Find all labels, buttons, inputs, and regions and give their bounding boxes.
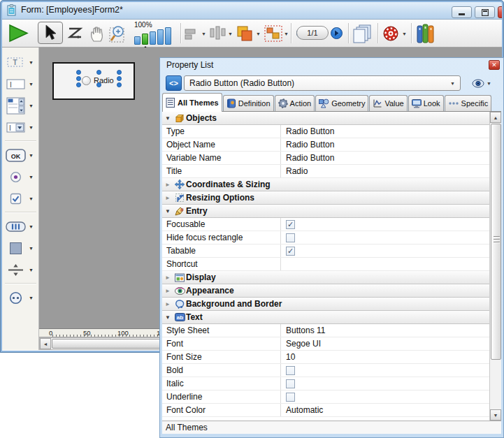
page-indicator[interactable]: 1/1 [296,26,329,40]
group-button[interactable] [264,25,282,42]
minimize-button[interactable] [452,6,472,18]
zoom-bar[interactable] [165,27,171,45]
distribute-dropdown-icon[interactable]: ▼ [228,31,233,36]
distribute-button[interactable] [210,26,226,41]
listbox-tool-dropdown-icon[interactable]: ▼ [29,103,34,108]
radio-button-tool[interactable]: ▼ [2,168,39,186]
expand-triangle-icon[interactable]: ► [162,275,173,281]
checkbox-tool[interactable]: ▼ [2,189,39,207]
underline-checkbox[interactable] [286,393,295,402]
settings-button[interactable] [382,25,399,42]
radio-widget-circle[interactable] [82,76,91,85]
settings-dropdown-icon[interactable]: ▼ [402,31,407,36]
segmented-button-tool[interactable]: ▼ [2,217,39,235]
tabable-checkbox[interactable]: ✓ [286,247,295,256]
zoom-tool-button[interactable] [109,24,130,43]
section-header-background-and-border[interactable]: ►Background and Border [162,298,501,311]
tab-value[interactable]: Value [369,95,407,111]
window-titlebar[interactable]: Form: [Employees]Form2* [0,0,504,20]
pan-tool-button[interactable] [88,24,106,43]
selection-handle[interactable] [76,82,81,87]
checkbox-tool-dropdown-icon[interactable]: ▼ [29,196,34,201]
expand-triangle-icon[interactable]: ► [162,301,173,307]
variable-name-value[interactable]: Radio Button [281,152,489,164]
layers-dropdown-icon[interactable]: ▼ [256,31,261,36]
run-button[interactable] [8,24,29,43]
selection-handle[interactable] [117,76,122,81]
view-options-button[interactable]: ▼ [472,77,496,89]
radio-button-tool-dropdown-icon[interactable]: ▼ [29,175,34,180]
expand-triangle-icon[interactable]: ► [162,182,173,188]
tab-geometry[interactable]: Geometry [315,95,368,111]
zoom-bar[interactable] [157,29,164,45]
select-tool-button[interactable] [38,22,63,44]
scroll-down-button[interactable]: ▼ [490,409,501,421]
rectangle-tool-dropdown-icon[interactable]: ▼ [29,246,34,251]
listbox-tool[interactable]: ▼ [2,96,39,115]
style-sheet-value[interactable]: Buttons 11 [281,324,489,337]
stepper-tool[interactable]: ▼ [2,289,39,307]
section-header-entry[interactable]: ▼#Entry [162,205,501,218]
type-value[interactable]: Radio Button [281,125,489,138]
splitter-tool[interactable]: ▼ [2,261,39,279]
tab-all-themes[interactable]: All Themes [162,93,222,112]
font-value[interactable]: Segoe UI [281,337,489,350]
section-header-appearance[interactable]: ►Appearance [162,284,501,298]
combobox-tool-dropdown-icon[interactable]: ▼ [29,125,34,130]
selection-handle[interactable] [96,82,101,87]
layers-button[interactable] [236,25,254,42]
focusable-checkbox[interactable]: ✓ [286,220,295,229]
hide-focus-rectangle-checkbox[interactable] [286,233,295,242]
collapse-triangle-icon[interactable]: ▼ [162,314,173,321]
splitter-tool-dropdown-icon[interactable]: ▼ [29,268,34,272]
next-page-button[interactable] [331,27,343,39]
combobox-tool[interactable]: I▼ [2,118,39,136]
expand-triangle-icon[interactable]: ► [162,288,173,294]
z-order-tool-button[interactable] [66,25,85,42]
expand-triangle-icon[interactable]: ► [162,195,173,201]
object-selector-dropdown[interactable]: Radio Button (Radio Button) ▼ [184,75,461,91]
align-button[interactable] [185,29,200,40]
button-tool-dropdown-icon[interactable]: ▼ [29,153,34,158]
scroll-left-button[interactable]: ◄ [40,338,51,349]
close-button[interactable] [498,6,504,18]
button-tool[interactable]: OK▼ [2,146,39,164]
tab-definition[interactable]: Definition [223,95,274,111]
font-size-value[interactable]: 10 [281,351,489,363]
zoom-bar[interactable] [150,31,156,45]
zoom-level-widget[interactable]: 100% [133,21,178,46]
stepper-tool-dropdown-icon[interactable]: ▼ [29,295,34,300]
section-header-display[interactable]: ►Display [162,271,501,284]
zoom-bar-current[interactable] [142,34,148,45]
section-header-resizing-options[interactable]: ►Resizing Options [162,191,501,205]
italic-checkbox[interactable] [286,379,295,388]
library-button[interactable] [417,24,435,43]
selection-handle[interactable] [76,70,81,75]
panel-close-button[interactable]: ✕ [489,60,500,70]
vertical-scrollbar[interactable]: ▲ ▼ [489,112,501,421]
object-name-value[interactable]: Radio Button [281,138,489,151]
title-value[interactable]: Radio [281,165,489,177]
section-header-text[interactable]: ▼abText [162,311,501,324]
rectangle-tool[interactable]: ▼ [2,239,39,257]
bold-checkbox[interactable] [286,366,295,375]
selection-handle[interactable] [117,70,122,75]
text-tool-dropdown-icon[interactable]: ▼ [29,60,34,65]
selection-handle[interactable] [76,76,81,81]
selection-handle[interactable] [96,70,101,75]
input-tool[interactable]: I▼ [2,75,39,93]
collapse-triangle-icon[interactable]: ▼ [162,208,173,214]
maximize-button[interactable] [475,6,495,18]
pages-button[interactable] [353,24,373,43]
group-dropdown-icon[interactable]: ▼ [284,31,289,36]
font-color-value[interactable]: Automatic [281,404,489,416]
align-dropdown-icon[interactable]: ▼ [201,31,206,36]
vertical-scroll-thumb[interactable] [491,124,501,360]
object-nav-icon[interactable]: <> [166,75,182,91]
section-header-objects[interactable]: ▼Objects [162,112,501,125]
shortcut-value[interactable] [281,258,489,270]
segmented-button-tool-dropdown-icon[interactable]: ▼ [29,224,34,229]
section-header-coordinates-sizing[interactable]: ►Coordinates & Sizing [162,178,501,191]
tab-action[interactable]: Action [275,95,315,111]
text-tool[interactable]: T▼ [2,53,39,71]
